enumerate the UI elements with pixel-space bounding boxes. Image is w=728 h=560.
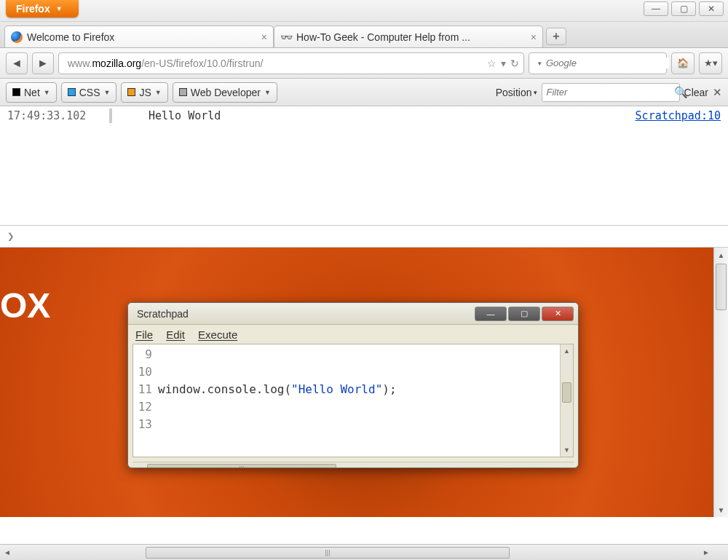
chevron-down-icon: ▼ xyxy=(264,89,271,96)
new-tab-button[interactable]: + xyxy=(546,28,566,45)
console-log-row[interactable]: 17:49:33.102 Hello World Scratchpad:10 xyxy=(0,106,728,125)
log-source-link[interactable]: Scratchpad:10 xyxy=(636,109,721,122)
close-tab-icon[interactable]: × xyxy=(261,31,267,43)
console-prompt-icon: ❯ xyxy=(7,229,15,243)
close-button[interactable]: ✕ xyxy=(699,1,724,16)
log-timestamp: 17:49:33.102 xyxy=(7,109,109,122)
scratchpad-edit-menu[interactable]: Edit xyxy=(166,328,185,341)
scratchpad-menubar: File Edit Execute xyxy=(128,325,578,344)
firefox-menu-button[interactable]: Firefox ▼ xyxy=(6,0,79,17)
net-filter-button[interactable]: Net ▼ xyxy=(6,82,57,103)
horizontal-scrollbar[interactable]: ◄ ||| ► xyxy=(0,544,728,560)
close-console-icon[interactable]: ✕ xyxy=(713,86,722,99)
scratchpad-horizontal-scrollbar[interactable]: ◄ ||| ► xyxy=(132,462,574,468)
console-input-line[interactable]: ❯ xyxy=(0,225,728,247)
position-button[interactable]: Position▾ xyxy=(496,87,537,98)
tab-welcome[interactable]: Welcome to Firefox × xyxy=(4,25,274,47)
tab-title: Welcome to Firefox xyxy=(27,31,114,43)
bookmarks-menu-button[interactable]: ★▾ xyxy=(699,52,722,74)
line-number: 10 xyxy=(133,363,152,381)
vertical-scrollbar[interactable]: ▲ ▼ xyxy=(713,248,728,517)
scratchpad-maximize-button[interactable]: ▢ xyxy=(508,307,540,321)
bookmark-star-icon[interactable]: ☆ xyxy=(487,58,496,69)
scrollbar-corner xyxy=(713,545,728,560)
console-filter-box[interactable]: 🔍 xyxy=(542,83,680,102)
tab-howtogeek[interactable]: 👓 How-To Geek - Computer Help from ... × xyxy=(274,25,543,47)
net-label: Net xyxy=(24,87,40,98)
line-number: 12 xyxy=(133,398,152,416)
tab-strip: Welcome to Firefox × 👓 How-To Geek - Com… xyxy=(0,22,728,48)
scratchpad-execute-menu[interactable]: Execute xyxy=(198,328,237,341)
scratchpad-minimize-button[interactable]: — xyxy=(475,307,507,321)
minimize-button[interactable]: — xyxy=(644,1,668,16)
js-color-icon xyxy=(127,88,135,96)
url-text: www.mozilla.org/en-US/firefox/10.0/first… xyxy=(68,58,483,69)
scrollbar-track[interactable]: ||| xyxy=(15,547,699,559)
reload-icon[interactable]: ↻ xyxy=(510,58,519,69)
css-color-icon xyxy=(68,88,76,96)
scratchpad-code-area[interactable]: window.console.log("Hello World"); xyxy=(155,344,560,457)
position-label: Position xyxy=(496,87,532,98)
scroll-up-icon[interactable]: ▲ xyxy=(714,248,728,262)
window-titlebar: Firefox ▼ — ▢ ✕ xyxy=(0,0,728,22)
scratchpad-close-button[interactable]: ✕ xyxy=(542,307,574,321)
webdev-label: Web Developer xyxy=(191,87,261,98)
scroll-left-icon[interactable]: ◄ xyxy=(132,465,146,469)
css-filter-button[interactable]: CSS ▼ xyxy=(61,82,117,103)
line-number: 11 xyxy=(133,381,152,398)
scrollbar-thumb[interactable]: ||| xyxy=(147,464,336,469)
search-input[interactable] xyxy=(546,58,669,68)
scroll-down-icon[interactable]: ▼ xyxy=(561,443,573,457)
scroll-down-icon[interactable]: ▼ xyxy=(714,502,728,517)
scratchpad-editor: 9 10 11 12 13 window.console.log("Hello … xyxy=(128,344,578,468)
net-color-icon xyxy=(12,88,20,96)
code-text: window.console.log( xyxy=(158,382,291,396)
chevron-down-icon: ▼ xyxy=(44,89,50,96)
log-separator xyxy=(109,109,112,123)
home-button[interactable]: 🏠 xyxy=(671,52,695,74)
scrollbar-thumb[interactable] xyxy=(716,264,727,310)
scrollbar-thumb[interactable]: ||| xyxy=(146,547,510,559)
history-dropdown-icon[interactable]: ▾ xyxy=(501,58,506,69)
scrollbar-thumb[interactable] xyxy=(562,382,571,403)
line-number: 13 xyxy=(133,416,152,433)
clear-button[interactable]: Clear xyxy=(684,87,708,98)
search-engine-dropdown-icon[interactable]: ▾ xyxy=(538,60,542,67)
tab-title: How-To Geek - Computer Help from ... xyxy=(296,31,470,43)
chevron-down-icon: ▾ xyxy=(534,89,537,96)
url-bar[interactable]: www.mozilla.org/en-US/firefox/10.0/first… xyxy=(58,52,524,74)
line-number: 9 xyxy=(133,346,152,363)
css-label: CSS xyxy=(79,87,100,98)
forward-button[interactable]: ► xyxy=(32,52,54,74)
chevron-down-icon: ▼ xyxy=(155,89,162,96)
scratchpad-titlebar[interactable]: Scratchpad — ▢ ✕ xyxy=(128,303,578,325)
js-filter-button[interactable]: JS ▼ xyxy=(121,82,167,103)
web-console-output: 17:49:33.102 Hello World Scratchpad:10 ❯ xyxy=(0,106,728,248)
scroll-right-icon[interactable]: ► xyxy=(561,465,574,469)
scratchpad-window[interactable]: Scratchpad — ▢ ✕ File Edit Execute 9 10 … xyxy=(127,302,579,468)
scroll-left-icon[interactable]: ◄ xyxy=(0,548,15,556)
maximize-button[interactable]: ▢ xyxy=(671,1,696,16)
console-filter-input[interactable] xyxy=(547,87,670,98)
scroll-up-icon[interactable]: ▲ xyxy=(561,344,573,358)
js-label: JS xyxy=(139,87,151,98)
firefox-button-label: Firefox xyxy=(16,3,50,15)
scratchpad-vertical-scrollbar[interactable]: ▲ ▼ xyxy=(560,344,573,457)
back-button[interactable]: ◄ xyxy=(6,52,28,74)
code-text: ); xyxy=(382,382,396,396)
chevron-down-icon: ▼ xyxy=(104,89,111,96)
code-string: "Hello World" xyxy=(291,382,382,396)
page-content: OX ▲ ▼ Scratchpad — ▢ ✕ File Edit Execut… xyxy=(0,248,728,517)
firefox-icon xyxy=(11,31,23,43)
search-bar[interactable]: ▾ 🔍 xyxy=(529,52,667,74)
scratchpad-file-menu[interactable]: File xyxy=(135,328,153,341)
close-tab-icon[interactable]: × xyxy=(531,31,537,43)
webdev-color-icon xyxy=(179,88,187,96)
navigation-toolbar: ◄ ► www.mozilla.org/en-US/firefox/10.0/f… xyxy=(0,48,728,79)
scroll-right-icon[interactable]: ► xyxy=(699,548,713,556)
web-console-toolbar: Net ▼ CSS ▼ JS ▼ Web Developer ▼ Positio… xyxy=(0,79,728,106)
log-message: Hello World xyxy=(149,109,221,122)
window-controls: — ▢ ✕ xyxy=(639,0,728,17)
chevron-down-icon: ▼ xyxy=(56,5,63,12)
web-developer-filter-button[interactable]: Web Developer ▼ xyxy=(173,82,277,103)
